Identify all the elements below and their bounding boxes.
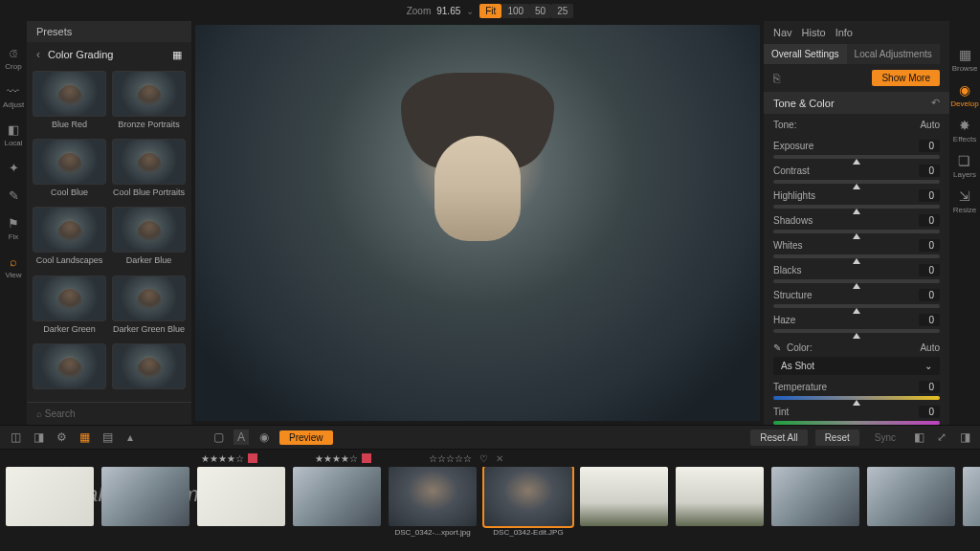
slider-handle[interactable] <box>853 283 860 289</box>
slider-value[interactable]: 0 <box>919 314 940 326</box>
subtab-local-adjustments[interactable]: Local Adjustments <box>847 44 940 64</box>
slider-value[interactable]: 0 <box>919 214 940 227</box>
expand-icon[interactable]: ⤢ <box>934 430 949 445</box>
panel-left-icon[interactable]: ◧ <box>911 430 926 445</box>
tone-auto-button[interactable]: Auto <box>920 120 940 130</box>
preset-item[interactable]: Darker Green <box>33 276 106 340</box>
preset-item[interactable] <box>112 343 186 398</box>
zoom-dropdown-icon[interactable]: ⌄ <box>466 6 474 16</box>
filmstrip-thumb[interactable] <box>676 467 764 526</box>
canvas[interactable] <box>191 21 764 425</box>
thumbnail-row[interactable]: ArtistaPirata.com DSC_0342-...xport.jpgD… <box>0 467 980 551</box>
collapse-up-icon[interactable]: ▴ <box>122 430 138 445</box>
circle-icon[interactable]: ◉ <box>256 430 272 445</box>
eyedropper-icon[interactable]: ✎ <box>773 342 781 353</box>
filmstrip-thumb[interactable] <box>580 467 668 526</box>
zoom-50-button[interactable]: 50 <box>529 4 551 18</box>
slider-value[interactable]: 0 <box>919 264 940 276</box>
slider-value[interactable]: 0 <box>919 165 940 177</box>
compare-icon[interactable]: ◫ <box>8 430 23 445</box>
panel-right-icon[interactable]: ◨ <box>957 430 972 445</box>
heart-icon[interactable]: ♡ <box>479 453 488 464</box>
tool-view[interactable]: ⌕View <box>5 251 21 283</box>
color-auto-button[interactable]: Auto <box>920 342 940 353</box>
slider-handle[interactable] <box>853 308 860 314</box>
preset-search[interactable]: ⌕ Search <box>27 402 191 425</box>
rating-block[interactable]: ★★★★☆ <box>201 453 257 464</box>
slider-track[interactable] <box>773 230 940 233</box>
filmstrip-thumb[interactable] <box>867 467 955 526</box>
presets-grid-icon[interactable]: ▦ <box>172 49 182 61</box>
preset-item[interactable]: Cool Landscapes <box>33 207 106 271</box>
filmstrip-thumb[interactable]: DSC_0342-...xport.jpg <box>389 467 477 537</box>
filmstrip-thumb[interactable] <box>101 467 189 526</box>
a-icon[interactable]: A <box>234 430 249 445</box>
color-label-swatch[interactable] <box>362 453 371 463</box>
preset-item[interactable]: Blue Red <box>33 71 106 135</box>
preset-item[interactable] <box>33 343 106 398</box>
tool-brush[interactable]: ✎ <box>9 185 19 207</box>
reset-all-button[interactable]: Reset All <box>750 430 807 446</box>
mode-layers[interactable]: ❏Layers <box>953 150 976 182</box>
grid-icon[interactable]: ▦ <box>77 430 92 445</box>
filmstrip-thumb[interactable] <box>6 467 94 526</box>
preset-item[interactable]: Bronze Portraits <box>112 71 186 135</box>
presets-category[interactable]: Color Grading <box>48 49 113 60</box>
mode-resize[interactable]: ⇲Resize <box>953 186 976 217</box>
slider-track[interactable] <box>773 396 940 400</box>
zoom-fit-button[interactable]: Fit <box>479 4 501 18</box>
slider-track[interactable] <box>773 254 940 258</box>
zoom-value[interactable]: 91.65 <box>436 6 460 16</box>
slider-value[interactable]: 0 <box>919 140 940 152</box>
presets-back-icon[interactable]: ‹ <box>36 48 40 61</box>
zoom-25-button[interactable]: 25 <box>551 4 573 18</box>
filmstrip-thumb[interactable] <box>963 467 980 526</box>
filmstrip-thumb[interactable] <box>293 467 381 526</box>
slider-value[interactable]: 0 <box>919 189 940 202</box>
preset-item[interactable]: Darker Green Blue <box>112 276 186 340</box>
slider-handle[interactable] <box>853 159 860 165</box>
slider-handle[interactable] <box>853 333 860 339</box>
slider-track[interactable] <box>773 304 940 308</box>
tab-nav[interactable]: Nav <box>773 27 792 38</box>
slider-handle[interactable] <box>853 258 860 264</box>
preset-item[interactable]: Cool Blue <box>33 139 106 203</box>
tab-histo[interactable]: Histo <box>802 27 826 38</box>
slider-value[interactable]: 0 <box>919 239 940 252</box>
sync-button[interactable]: Sync <box>867 430 903 446</box>
filmstrip-thumb[interactable] <box>197 467 285 526</box>
slider-value[interactable]: 0 <box>919 406 940 418</box>
slider-handle[interactable] <box>853 400 860 406</box>
mode-browse[interactable]: ▦Browse <box>952 44 978 76</box>
square-icon[interactable]: ▢ <box>211 430 226 445</box>
section-header[interactable]: Tone & Color ↶ <box>764 92 949 114</box>
slider-track[interactable] <box>773 205 940 209</box>
slider-track[interactable] <box>773 421 940 425</box>
rating-block[interactable]: ★★★★☆ <box>315 453 371 464</box>
zoom-100-button[interactable]: 100 <box>501 4 529 18</box>
split-icon[interactable]: ◨ <box>31 430 46 445</box>
slider-value[interactable]: 0 <box>919 381 940 393</box>
slider-track[interactable] <box>773 155 940 159</box>
white-balance-select[interactable]: As Shot ⌄ <box>773 357 940 375</box>
mode-effects[interactable]: ✸Effects <box>953 115 976 146</box>
list-icon[interactable]: ▤ <box>100 430 115 445</box>
tool-local[interactable]: ◧Local <box>4 119 22 151</box>
slider-track[interactable] <box>773 329 940 333</box>
slider-handle[interactable] <box>853 184 860 189</box>
slider-handle[interactable] <box>853 233 860 239</box>
slider-track[interactable] <box>773 279 940 283</box>
filmstrip-thumb[interactable]: DSC_0342-Edit.JPG <box>484 467 572 537</box>
slider-value[interactable]: 0 <box>919 289 940 301</box>
section-reset-icon[interactable]: ↶ <box>931 97 940 109</box>
rating-block[interactable]: ☆☆☆☆☆♡✕ <box>429 453 503 464</box>
reject-icon[interactable]: ✕ <box>496 453 503 464</box>
mode-develop[interactable]: ◉Develop <box>950 79 978 111</box>
slider-handle[interactable] <box>853 209 860 214</box>
preset-item[interactable]: Darker Blue <box>112 207 186 271</box>
preview-button[interactable]: Preview <box>279 430 333 445</box>
tool-fix[interactable]: ⚑Fix <box>8 212 19 245</box>
filmstrip-thumb[interactable] <box>771 467 859 526</box>
tool-heal[interactable]: ✦ <box>9 157 19 179</box>
tool-crop[interactable]: ⟃Crop <box>5 42 21 75</box>
